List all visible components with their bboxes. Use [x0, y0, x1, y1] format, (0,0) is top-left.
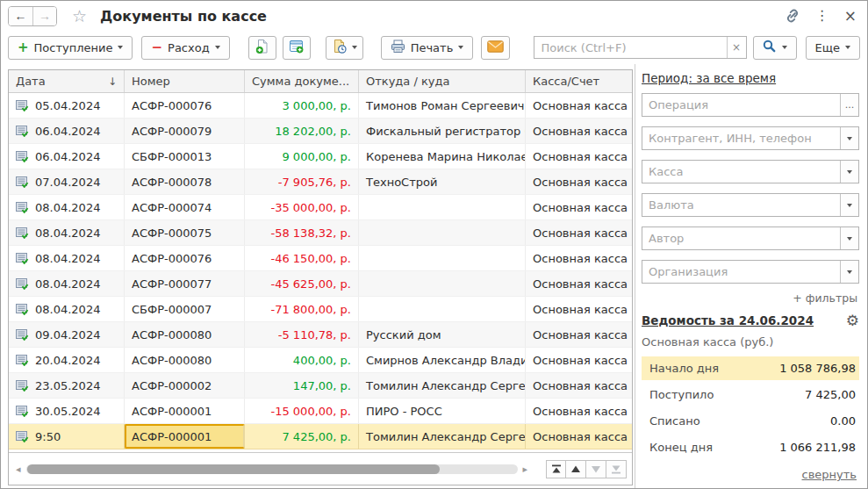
cell-date[interactable]: 05.04.2024: [9, 93, 125, 118]
cell-from-to[interactable]: Фискальный регистратор (Х...: [359, 119, 526, 143]
create-document-button[interactable]: [248, 36, 276, 60]
back-button[interactable]: ←: [9, 7, 32, 25]
cell-number[interactable]: АСФР-000001: [125, 424, 245, 449]
cell-from-to[interactable]: Коренева Марина Николаевна: [359, 144, 526, 169]
cell-date[interactable]: 20.04.2024: [9, 348, 125, 372]
go-to-first-button[interactable]: [546, 460, 566, 478]
cell-amount[interactable]: -7 905,76, р.: [245, 169, 359, 194]
clear-search-icon[interactable]: ×: [727, 37, 746, 58]
table-row[interactable]: 23.05.2024АСФР-000002147,00, р.Томилин А…: [9, 373, 632, 399]
table-row[interactable]: 20.04.2024АСФР-000080400,00, р.Смирнов А…: [9, 348, 632, 373]
period-link[interactable]: Период: за все время: [642, 71, 776, 85]
cell-account[interactable]: Основная касса: [526, 93, 632, 118]
cell-date[interactable]: 9:50: [9, 424, 125, 449]
cell-amount[interactable]: -58 138,32, р.: [245, 220, 359, 245]
cell-amount[interactable]: -35 000,00, р.: [245, 195, 359, 219]
cell-number[interactable]: АСФР-000078: [125, 169, 245, 194]
cell-date[interactable]: 06.04.2024: [9, 119, 125, 143]
filter-input[interactable]: [642, 161, 840, 183]
cell-date[interactable]: 30.05.2024: [9, 399, 125, 423]
table-row[interactable]: 08.04.2024АСФР-000075-58 138,32, р.Основ…: [9, 220, 632, 246]
cell-account[interactable]: Основная касса: [526, 195, 632, 219]
cell-from-to[interactable]: [359, 271, 526, 296]
cell-number[interactable]: АСФР-000076: [125, 246, 245, 270]
cell-number[interactable]: АСФР-000080: [125, 322, 245, 347]
cell-amount[interactable]: 3 000,00, р.: [245, 93, 359, 118]
table-row[interactable]: 07.04.2024АСФР-000078-7 905,76, р.ТехноС…: [9, 169, 632, 195]
cell-from-to[interactable]: ТехноСтрой: [359, 169, 526, 194]
cell-date[interactable]: 09.04.2024: [9, 322, 125, 347]
receipt-button[interactable]: + Поступление: [8, 36, 133, 60]
cell-from-to[interactable]: [359, 220, 526, 245]
table-row[interactable]: 06.04.2024СБФР-0000139 000,00, р.Коренев…: [9, 144, 632, 169]
gear-icon[interactable]: ⚙: [846, 313, 859, 327]
cell-date[interactable]: 06.04.2024: [9, 144, 125, 169]
cell-account[interactable]: Основная касса: [526, 322, 632, 347]
filter-input[interactable]: [642, 227, 840, 249]
table-row[interactable]: 08.04.2024АСФР-000077-45 625,00, р.Основ…: [9, 271, 632, 297]
cell-date[interactable]: 07.04.2024: [9, 169, 125, 194]
expense-button[interactable]: − Расход: [141, 36, 229, 60]
cell-account[interactable]: Основная касса: [526, 220, 632, 245]
dropdown-caret-icon[interactable]: [840, 127, 858, 149]
column-header[interactable]: Дата↓: [9, 70, 125, 92]
table-row[interactable]: 9:50АСФР-0000017 425,00, р.Томилин Алекс…: [9, 424, 632, 449]
column-header[interactable]: Номер: [125, 70, 245, 92]
cell-account[interactable]: Основная касса: [526, 271, 632, 296]
close-icon[interactable]: ×: [844, 9, 857, 23]
cell-amount[interactable]: -45 625,00, р.: [245, 271, 359, 296]
cell-from-to[interactable]: Смирнов Александр Влади...: [359, 348, 526, 372]
add-filters-link[interactable]: + фильтры: [642, 291, 857, 305]
filter-input[interactable]: [642, 194, 840, 216]
column-header[interactable]: Касса/Счет: [526, 70, 632, 92]
search-input[interactable]: [534, 37, 727, 58]
cell-amount[interactable]: 7 425,00, р.: [245, 424, 359, 449]
cell-number[interactable]: АСФР-000001: [125, 399, 245, 423]
cell-amount[interactable]: 147,00, р.: [245, 373, 359, 398]
filter-input[interactable]: [642, 94, 840, 116]
table-row[interactable]: 08.04.2024СБФР-000007-71 800,00, р.Основ…: [9, 297, 632, 322]
table-row[interactable]: 09.04.2024АСФР-000080-5 110,78, р.Русски…: [9, 322, 632, 348]
cell-account[interactable]: Основная касса: [526, 348, 632, 372]
column-header[interactable]: Откуда / куда: [359, 70, 526, 92]
dropdown-caret-icon[interactable]: [840, 261, 858, 283]
create-register-entry-button[interactable]: [283, 36, 311, 60]
scrollbar-thumb[interactable]: [27, 464, 440, 474]
journal-button[interactable]: [326, 36, 363, 60]
cell-date[interactable]: 08.04.2024: [9, 195, 125, 219]
cell-from-to[interactable]: Томилин Александр Сергее...: [359, 373, 526, 398]
cell-number[interactable]: АСФР-000080: [125, 348, 245, 372]
cell-number[interactable]: АСФР-000077: [125, 271, 245, 296]
cell-from-to[interactable]: ПИРО - РОСС: [359, 399, 526, 423]
cell-number[interactable]: АСФР-000002: [125, 373, 245, 398]
cell-date[interactable]: 08.04.2024: [9, 220, 125, 245]
cell-amount[interactable]: -46 150,00, р.: [245, 246, 359, 270]
cell-account[interactable]: Основная касса: [526, 399, 632, 423]
cell-amount[interactable]: 400,00, р.: [245, 348, 359, 372]
cell-from-to[interactable]: Томилин Александр Сергее...: [359, 424, 526, 449]
get-link-icon[interactable]: [785, 8, 800, 24]
cell-account[interactable]: Основная касса: [526, 424, 632, 449]
cell-account[interactable]: Основная касса: [526, 119, 632, 143]
cell-account[interactable]: Основная касса: [526, 169, 632, 194]
cell-account[interactable]: Основная касса: [526, 373, 632, 398]
report-title-link[interactable]: Ведомость за 24.06.2024: [642, 313, 814, 327]
cell-amount[interactable]: 18 202,00, р.: [245, 119, 359, 143]
cell-amount[interactable]: -15 000,00, р.: [245, 399, 359, 423]
cell-account[interactable]: Основная касса: [526, 246, 632, 270]
scroll-right-icon[interactable]: ▸: [523, 464, 528, 475]
cell-account[interactable]: Основная касса: [526, 297, 632, 321]
cell-from-to[interactable]: [359, 297, 526, 321]
table-row[interactable]: 08.04.2024АСФР-000074-35 000,00, р.Основ…: [9, 195, 632, 220]
table-row[interactable]: 08.04.2024АСФР-000076-46 150,00, р.Основ…: [9, 246, 632, 271]
cell-from-to[interactable]: Русский дом: [359, 322, 526, 347]
column-header[interactable]: Сумма докуме...: [245, 70, 359, 92]
cell-from-to[interactable]: Тимонов Роман Сергеевич: [359, 93, 526, 118]
cell-amount[interactable]: 9 000,00, р.: [245, 144, 359, 169]
cell-amount[interactable]: -71 800,00, р.: [245, 297, 359, 321]
cell-number[interactable]: АСФР-000076: [125, 93, 245, 118]
next-page-button[interactable]: [586, 460, 606, 478]
favorite-star-icon[interactable]: ☆: [72, 6, 87, 25]
cell-number[interactable]: СБФР-000007: [125, 297, 245, 321]
table-row[interactable]: 06.04.2024АСФР-00007918 202,00, р.Фискал…: [9, 119, 632, 144]
